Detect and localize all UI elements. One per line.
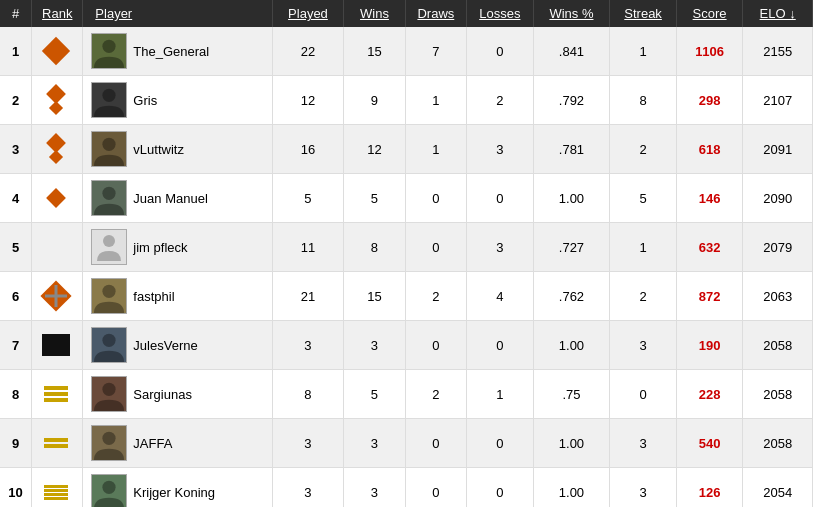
row-position: 3 xyxy=(0,125,32,174)
col-header-score[interactable]: Score xyxy=(676,0,743,27)
row-elo: 2079 xyxy=(743,223,813,272)
row-score: 540 xyxy=(676,419,743,468)
row-streak: 0 xyxy=(610,370,677,419)
row-rank-badge xyxy=(32,76,83,125)
row-score: 298 xyxy=(676,76,743,125)
table-row: 10 Krijger Koning 3 3 0 0 1.00 3 126 205… xyxy=(0,468,813,508)
row-winpct: 1.00 xyxy=(533,321,610,370)
row-streak: 1 xyxy=(610,223,677,272)
row-played: 22 xyxy=(272,27,344,76)
col-header-streak[interactable]: Streak xyxy=(610,0,677,27)
row-elo: 2090 xyxy=(743,174,813,223)
row-player: jim pfleck xyxy=(83,223,272,272)
row-rank-badge xyxy=(32,321,83,370)
row-wins: 3 xyxy=(344,468,405,508)
svg-point-18 xyxy=(103,481,116,494)
col-header-wins[interactable]: Wins xyxy=(344,0,405,27)
row-played: 12 xyxy=(272,76,344,125)
row-losses: 4 xyxy=(467,272,534,321)
row-score: 228 xyxy=(676,370,743,419)
table-row: 9 JAFFA 3 3 0 0 1.00 3 540 2058 xyxy=(0,419,813,468)
row-rank-badge xyxy=(32,125,83,174)
row-draws: 7 xyxy=(405,27,466,76)
row-wins: 5 xyxy=(344,174,405,223)
col-header-draws[interactable]: Draws xyxy=(405,0,466,27)
row-played: 3 xyxy=(272,468,344,508)
svg-point-8 xyxy=(103,235,115,247)
row-score: 632 xyxy=(676,223,743,272)
row-rank-badge xyxy=(32,174,83,223)
row-streak: 8 xyxy=(610,76,677,125)
col-header-played[interactable]: Played xyxy=(272,0,344,27)
row-position: 7 xyxy=(0,321,32,370)
table-row: 5 jim pfleck 11 8 0 3 .727 1 632 2079 xyxy=(0,223,813,272)
table-row: 2 Gris 12 9 1 2 .792 8 298 2107 xyxy=(0,76,813,125)
player-link[interactable]: vLuttwitz xyxy=(133,142,184,157)
row-score: 872 xyxy=(676,272,743,321)
row-played: 11 xyxy=(272,223,344,272)
table-row: 8 Sargiunas 8 5 2 1 .75 0 228 2058 xyxy=(0,370,813,419)
player-link[interactable]: JulesVerne xyxy=(133,338,197,353)
player-link[interactable]: The_General xyxy=(133,44,209,59)
row-losses: 0 xyxy=(467,321,534,370)
row-score: 126 xyxy=(676,468,743,508)
col-header-elo[interactable]: ELO ↓ xyxy=(743,0,813,27)
row-streak: 5 xyxy=(610,174,677,223)
row-elo: 2058 xyxy=(743,321,813,370)
row-draws: 0 xyxy=(405,419,466,468)
row-streak: 3 xyxy=(610,321,677,370)
table-row: 3 vLuttwitz 16 12 1 3 .781 2 618 2091 xyxy=(0,125,813,174)
row-player: Gris xyxy=(83,76,272,125)
row-position: 2 xyxy=(0,76,32,125)
row-played: 16 xyxy=(272,125,344,174)
row-player: Krijger Koning xyxy=(83,468,272,508)
row-rank-badge xyxy=(32,370,83,419)
row-player: JulesVerne xyxy=(83,321,272,370)
player-link[interactable]: Krijger Koning xyxy=(133,485,215,500)
player-link[interactable]: Juan Manuel xyxy=(133,191,207,206)
row-draws: 0 xyxy=(405,321,466,370)
col-header-player[interactable]: Player xyxy=(83,0,272,27)
row-losses: 2 xyxy=(467,76,534,125)
table-row: 7 JulesVerne 3 3 0 0 1.00 3 190 2058 xyxy=(0,321,813,370)
row-losses: 3 xyxy=(467,223,534,272)
row-draws: 2 xyxy=(405,272,466,321)
row-losses: 0 xyxy=(467,419,534,468)
col-header-rank[interactable]: Rank xyxy=(32,0,83,27)
table-header-row: # Rank Player Played Wins Draws Losses W… xyxy=(0,0,813,27)
leaderboard-table: # Rank Player Played Wins Draws Losses W… xyxy=(0,0,813,507)
svg-point-5 xyxy=(103,138,116,151)
row-wins: 5 xyxy=(344,370,405,419)
row-score: 190 xyxy=(676,321,743,370)
row-played: 21 xyxy=(272,272,344,321)
col-header-hash[interactable]: # xyxy=(0,0,32,27)
row-position: 4 xyxy=(0,174,32,223)
row-winpct: .762 xyxy=(533,272,610,321)
row-wins: 12 xyxy=(344,125,405,174)
player-link[interactable]: Sargiunas xyxy=(133,387,192,402)
row-wins: 15 xyxy=(344,27,405,76)
col-header-losses[interactable]: Losses xyxy=(467,0,534,27)
row-played: 3 xyxy=(272,419,344,468)
row-elo: 2063 xyxy=(743,272,813,321)
row-wins: 3 xyxy=(344,321,405,370)
row-position: 1 xyxy=(0,27,32,76)
row-rank-badge xyxy=(32,27,83,76)
player-link[interactable]: Gris xyxy=(133,93,157,108)
table-row: 6 fastphil 21 15 2 4 .762 2 872 2063 xyxy=(0,272,813,321)
svg-point-3 xyxy=(103,89,116,102)
row-streak: 3 xyxy=(610,468,677,508)
row-winpct: 1.00 xyxy=(533,174,610,223)
col-header-winpct[interactable]: Wins % xyxy=(533,0,610,27)
player-link[interactable]: JAFFA xyxy=(133,436,172,451)
row-draws: 1 xyxy=(405,76,466,125)
svg-point-14 xyxy=(103,383,116,396)
player-link[interactable]: fastphil xyxy=(133,289,174,304)
svg-point-1 xyxy=(103,40,116,53)
table-row: 1 The_General 22 15 7 0 .841 1 1106 2155 xyxy=(0,27,813,76)
row-elo: 2058 xyxy=(743,370,813,419)
player-link[interactable]: jim pfleck xyxy=(133,240,187,255)
row-player: Juan Manuel xyxy=(83,174,272,223)
row-streak: 1 xyxy=(610,27,677,76)
row-losses: 0 xyxy=(467,27,534,76)
